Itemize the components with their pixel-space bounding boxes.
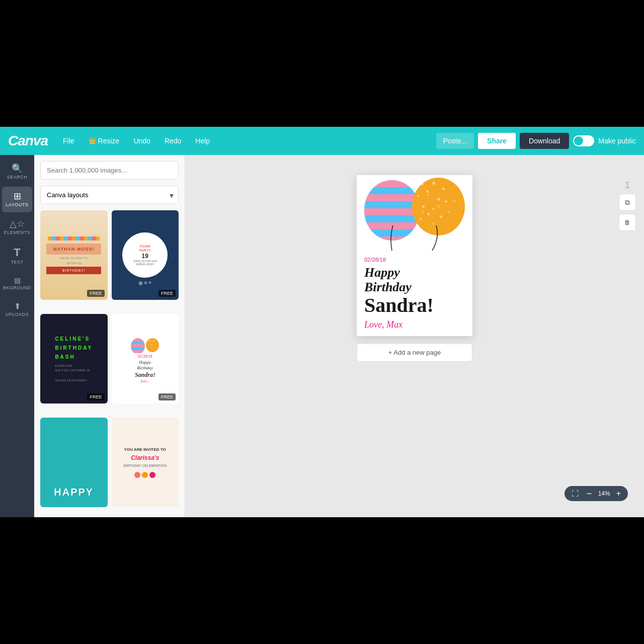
sidebar-item-background-label: BKGROUND <box>3 285 31 290</box>
sidebar-item-search[interactable]: 🔍 SEARCH <box>2 159 32 185</box>
main-content: 🔍 SEARCH ⊞ LAYOUTS △☆ ELEMENTS T TEXT ▤ … <box>0 155 644 517</box>
design-name: Sandra! <box>364 295 465 315</box>
template-grid: NATHAN MOSS! WE'RE INVITED TO 08 SEP 18 … <box>34 210 185 517</box>
free-badge-3: FREE <box>87 393 104 400</box>
page-number: 1 <box>625 180 630 191</box>
template-card-5[interactable]: HAPPY <box>40 418 108 507</box>
toggle-knob <box>574 136 583 145</box>
balloon-area <box>357 175 472 251</box>
help-button[interactable]: Help <box>190 134 215 148</box>
sidebar-item-elements-label: ELEMENTS <box>4 230 31 235</box>
make-public-toggle[interactable] <box>573 135 594 146</box>
make-public-label: Make public <box>598 137 636 145</box>
search-icon: 🔍 <box>12 164 23 173</box>
uploads-icon: ⬆ <box>14 302 21 310</box>
make-public-container: Make public <box>573 135 636 146</box>
layout-dropdown[interactable]: Canva layoutsMy layoutsTeam layouts <box>40 186 179 204</box>
copy-icon: ⧉ <box>625 198 630 207</box>
present-button[interactable]: ⛶ <box>569 489 582 498</box>
resize-button[interactable]: 👑 Resize <box>84 134 125 148</box>
search-container <box>34 155 185 186</box>
sidebar-item-uploads[interactable]: ⬆ UPLOADS <box>2 297 32 322</box>
sidebar-item-background[interactable]: ▤ BKGROUND <box>2 272 32 295</box>
sidebar-item-text-label: TEXT <box>11 260 23 265</box>
design-happy-birthday: Happy Birthday <box>364 266 465 294</box>
free-badge-2: FREE <box>158 290 176 297</box>
download-button[interactable]: Download <box>520 133 569 149</box>
canvas-area: 02/28/18 Happy Birthday Sandra! Love, Ma… <box>185 155 644 517</box>
canvas-container: 02/28/18 Happy Birthday Sandra! Love, Ma… <box>357 175 472 362</box>
redo-button[interactable]: Redo <box>159 134 186 148</box>
sidebar-item-text[interactable]: T TEXT <box>2 242 32 270</box>
design-text-area: 02/28/18 Happy Birthday Sandra! Love, Ma… <box>357 251 472 336</box>
balloon-strings <box>357 225 472 251</box>
crown-icon: 👑 <box>89 137 96 144</box>
delete-icon: 🗑 <box>624 219 630 226</box>
add-page-button[interactable]: + Add a new page <box>357 343 472 362</box>
sidebar-item-elements[interactable]: △☆ ELEMENTS <box>2 214 32 240</box>
zoom-controls: ⛶ − 14% + <box>565 486 628 501</box>
zoom-level: 14% <box>595 490 613 497</box>
layout-dropdown-container: Canva layoutsMy layoutsTeam layouts ▾ <box>40 186 179 204</box>
template-card-1[interactable]: NATHAN MOSS! WE'RE INVITED TO 08 SEP 18 … <box>40 210 108 300</box>
share-button[interactable]: Share <box>478 133 516 149</box>
text-icon: T <box>14 247 20 258</box>
background-icon: ▤ <box>14 277 21 284</box>
canva-logo: Canva <box>8 133 48 149</box>
undo-button[interactable]: Undo <box>128 134 155 148</box>
design-card[interactable]: 02/28/18 Happy Birthday Sandra! Love, Ma… <box>357 175 472 336</box>
sidebar-item-layouts-label: LAYOUTS <box>6 202 29 207</box>
elements-icon: △☆ <box>10 219 25 228</box>
copy-page-button[interactable]: ⧉ <box>619 194 636 211</box>
free-badge-4: FREE <box>158 393 176 400</box>
right-tools: 1 ⧉ 🗑 <box>619 180 636 231</box>
template-card-6[interactable]: YOU ARE INVITED TO Clarissa's BIRTHDAY C… <box>112 418 179 507</box>
template-card-2[interactable]: FOAMPARTY 19 JOINS US FOR OURANNUAL BASH… <box>112 210 179 300</box>
design-signature: Love, Max <box>364 319 465 330</box>
layouts-panel: Canva layoutsMy layoutsTeam layouts ▾ NA… <box>34 155 185 517</box>
search-input[interactable] <box>40 161 179 180</box>
sidebar-item-search-label: SEARCH <box>7 175 28 180</box>
top-navigation: Canva File 👑 Resize Undo Redo Help Poste… <box>0 127 644 155</box>
template-card-3[interactable]: CELINE'SBIRTHDAYBASH ELDER DUE6LB 4 OZ |… <box>40 314 108 404</box>
template-card-4[interactable]: 02/28/18 HappyBirthdaySandra! Lov... FRE… <box>112 314 179 404</box>
poster-title-button[interactable]: Poste... <box>436 133 474 149</box>
free-badge-1: FREE <box>87 290 104 297</box>
zoom-in-button[interactable]: + <box>613 489 624 499</box>
design-date: 02/28/18 <box>364 257 465 263</box>
zoom-out-button[interactable]: − <box>584 488 595 499</box>
file-menu-button[interactable]: File <box>58 134 79 148</box>
delete-page-button[interactable]: 🗑 <box>619 214 636 231</box>
sidebar-item-uploads-label: UPLOADS <box>6 312 29 317</box>
layouts-icon: ⊞ <box>14 192 21 201</box>
sidebar-item-layouts[interactable]: ⊞ LAYOUTS <box>2 187 32 212</box>
icon-sidebar: 🔍 SEARCH ⊞ LAYOUTS △☆ ELEMENTS T TEXT ▤ … <box>0 155 34 517</box>
